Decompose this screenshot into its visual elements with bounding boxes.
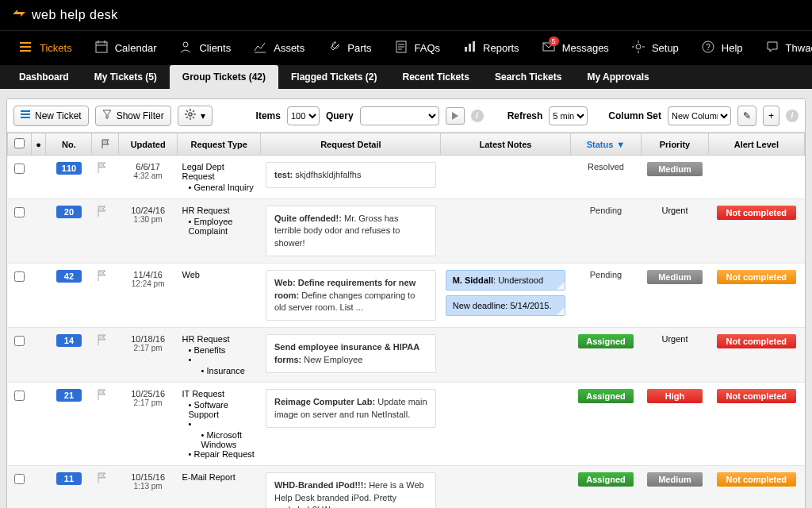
request-type-cell: Web bbox=[178, 264, 261, 328]
chat-icon bbox=[765, 40, 779, 54]
info-icon[interactable]: i bbox=[786, 110, 799, 122]
col-priority-header[interactable]: Priority bbox=[642, 133, 708, 156]
col-flag-header[interactable] bbox=[92, 133, 119, 156]
svg-rect-3 bbox=[96, 42, 107, 52]
calendar-icon bbox=[94, 40, 109, 54]
col-alert-header[interactable]: Alert Level bbox=[708, 133, 804, 156]
ticket-number-badge[interactable]: 14 bbox=[56, 334, 82, 347]
alert-cell bbox=[708, 156, 804, 199]
flag-cell[interactable] bbox=[92, 383, 119, 466]
nav-label: Assets bbox=[274, 42, 304, 54]
alert-cell: Not completed bbox=[708, 199, 804, 264]
row-checkbox[interactable] bbox=[14, 474, 25, 484]
row-checkbox[interactable] bbox=[14, 391, 25, 401]
table-row[interactable]: 2010/24/161:30 pmHR RequestEmployee Comp… bbox=[8, 199, 805, 264]
updated-cell: 10/18/162:17 pm bbox=[119, 328, 178, 383]
columnset-select[interactable]: New Column bbox=[668, 106, 731, 125]
row-checkbox[interactable] bbox=[14, 207, 25, 217]
priority-badge: Medium bbox=[647, 270, 703, 284]
query-select[interactable] bbox=[360, 106, 439, 125]
priority-cell: Medium bbox=[642, 264, 708, 328]
alert-cell: Not completed bbox=[708, 328, 804, 383]
nav-faqs[interactable]: FAQs bbox=[383, 31, 452, 66]
add-columnset-button[interactable]: + bbox=[763, 106, 779, 126]
nav-help[interactable]: ?Help bbox=[690, 31, 754, 66]
subnav-item[interactable]: My Tickets (5) bbox=[82, 65, 170, 89]
svg-rect-1 bbox=[20, 46, 31, 48]
flag-cell[interactable] bbox=[92, 466, 119, 508]
ticket-number-badge[interactable]: 110 bbox=[56, 162, 82, 175]
alert-badge: Not completed bbox=[717, 389, 796, 403]
col-no-header[interactable]: No. bbox=[46, 133, 92, 156]
subnav-item[interactable]: Group Tickets (42) bbox=[170, 65, 278, 89]
svg-rect-0 bbox=[20, 42, 31, 44]
nav-thwack[interactable]: Thwack bbox=[754, 31, 812, 66]
latest-notes-cell bbox=[441, 466, 570, 508]
nav-calendar[interactable]: Calendar bbox=[83, 31, 168, 66]
select-all-checkbox[interactable] bbox=[14, 138, 25, 148]
subnav-item[interactable]: Dashboard bbox=[6, 65, 82, 89]
nav-label: Calendar bbox=[115, 42, 157, 54]
nav-assets[interactable]: Assets bbox=[242, 31, 316, 66]
status-cell: Assigned bbox=[570, 383, 642, 466]
ticket-number-badge[interactable]: 20 bbox=[56, 206, 82, 218]
nav-clients[interactable]: Clients bbox=[167, 31, 242, 66]
brand-text: web help desk bbox=[32, 8, 118, 22]
col-detail-header[interactable]: Request Detail bbox=[261, 133, 441, 156]
caret-down-icon: ▾ bbox=[201, 110, 205, 121]
nav-parts[interactable]: Parts bbox=[316, 31, 382, 66]
ticket-number-badge[interactable]: 21 bbox=[56, 389, 82, 402]
row-checkbox[interactable] bbox=[14, 271, 25, 282]
logo-icon bbox=[11, 6, 32, 25]
ticket-number-badge[interactable]: 42 bbox=[56, 270, 82, 283]
nav-tickets[interactable]: Tickets bbox=[8, 31, 83, 66]
table-row[interactable]: 1110/15/161:13 pmE-Mail ReportWHD-Brande… bbox=[8, 466, 805, 508]
table-row[interactable]: 1410/18/162:17 pmHR RequestBenefitsInsur… bbox=[8, 328, 805, 383]
new-ticket-button[interactable]: New Ticket bbox=[13, 106, 89, 126]
col-updated-header[interactable]: Updated bbox=[119, 133, 178, 156]
ticket-number-badge[interactable]: 11 bbox=[56, 472, 82, 485]
row-checkbox[interactable] bbox=[14, 164, 25, 174]
run-query-button[interactable] bbox=[446, 107, 465, 125]
col-status-header[interactable]: Status ▼ bbox=[570, 133, 642, 156]
subnav-item[interactable]: Flagged Tickets (2) bbox=[278, 65, 389, 89]
settings-button[interactable]: ▾ bbox=[178, 106, 213, 126]
col-checkbox-header[interactable] bbox=[8, 133, 32, 156]
edit-columnset-button[interactable]: ✎ bbox=[737, 106, 756, 126]
priority-badge: Medium bbox=[647, 162, 703, 176]
main-nav: TicketsCalendarClientsAssetsPartsFAQsRep… bbox=[0, 30, 812, 65]
items-select[interactable]: 100 bbox=[287, 106, 320, 125]
subnav-item[interactable]: My Approvals bbox=[574, 65, 661, 89]
alert-badge: Not completed bbox=[717, 270, 796, 284]
svg-rect-24 bbox=[21, 110, 30, 112]
table-row[interactable]: 1106/6/174:32 amLegal Dept RequestGenera… bbox=[8, 156, 805, 199]
table-row[interactable]: 2110/25/162:17 pmIT RequestSoftware Supp… bbox=[8, 383, 805, 466]
nav-reports[interactable]: Reports bbox=[451, 31, 530, 66]
updated-cell: 10/24/161:30 pm bbox=[119, 199, 178, 264]
show-filter-button[interactable]: Show Filter bbox=[95, 106, 171, 126]
request-detail-cell: Web: Define requirements for new room: D… bbox=[261, 264, 441, 328]
gear-icon bbox=[185, 109, 196, 122]
flag-cell[interactable] bbox=[92, 199, 119, 264]
col-type-header[interactable]: Request Type bbox=[178, 133, 261, 156]
subnav-item[interactable]: Recent Tickets bbox=[389, 65, 482, 89]
priority-text: Urgent bbox=[661, 206, 688, 215]
info-icon[interactable]: i bbox=[471, 110, 484, 122]
plus-icon: + bbox=[768, 110, 774, 121]
flag-cell[interactable] bbox=[92, 156, 119, 199]
flag-cell[interactable] bbox=[92, 328, 119, 383]
table-row[interactable]: 4211/4/1612:24 pmWebWeb: Define requirem… bbox=[8, 264, 805, 328]
row-checkbox[interactable] bbox=[14, 336, 25, 346]
wrench-icon bbox=[327, 40, 341, 54]
request-detail-cell: WHD-Branded iPod!!!: Here is a Web Help … bbox=[261, 466, 441, 508]
subnav-item[interactable]: Search Tickets bbox=[482, 65, 575, 89]
col-indicator-header[interactable]: ● bbox=[31, 133, 46, 156]
nav-setup[interactable]: Setup bbox=[620, 31, 690, 66]
flag-cell[interactable] bbox=[92, 264, 119, 328]
col-notes-header[interactable]: Latest Notes bbox=[441, 133, 570, 156]
latest-notes-cell bbox=[441, 383, 570, 466]
svg-rect-26 bbox=[21, 117, 30, 118]
refresh-select[interactable]: 5 min bbox=[549, 106, 588, 125]
request-detail-cell: Reimage Computer Lab: Update main image … bbox=[261, 383, 441, 466]
nav-messages[interactable]: 5Messages bbox=[530, 31, 620, 66]
